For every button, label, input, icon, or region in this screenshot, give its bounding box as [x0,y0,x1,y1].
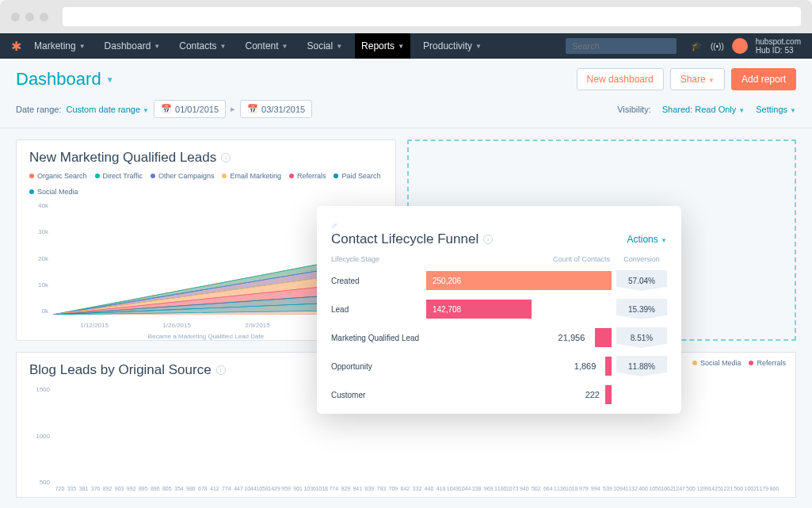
y-tick: 30k [29,228,48,235]
nav-item-dashboard[interactable]: Dashboard ▼ [98,33,167,59]
bar-value-label: 892 [103,486,112,491]
chevron-down-icon: ▼ [336,43,342,50]
funnel-bar: 250,206 [426,271,612,290]
traffic-lights [11,13,48,21]
legend-item[interactable]: Direct Traffic [95,172,143,180]
y-tick: 20k [29,255,48,262]
visibility-dropdown[interactable]: Shared: Read Only ▼ [662,105,745,114]
close-icon[interactable] [11,13,20,21]
share-button[interactable]: Share ▼ [670,68,725,90]
hubspot-logo-icon: ✱ [11,39,21,54]
page-title: Dashboard [16,69,101,90]
bar-value-label: 940 [520,486,529,491]
page-header: Dashboard ▼ New dashboard Share ▼ Add re… [0,59,812,97]
chevron-down-icon: ▼ [475,43,482,50]
minimize-icon[interactable] [25,13,34,21]
academy-icon[interactable]: 🎓 [691,40,703,52]
col-count-header: Count of Contacts [426,255,616,263]
funnel-bar-zone: 1,869 [426,357,612,376]
funnel-bar-zone: 21,956 [426,328,612,347]
info-icon[interactable]: i [483,235,493,244]
bar-value-label: 1058 [256,486,269,491]
info-icon[interactable]: i [216,365,226,375]
search-input[interactable] [566,38,677,54]
bar-value-label: 1044 [244,486,257,491]
bar-value-label: 502 [532,486,541,491]
x-tick: 1/12/2015 [80,322,109,329]
info-icon[interactable]: i [221,153,231,162]
nav-item-reports[interactable]: Reports ▼ [355,33,410,59]
account-switcher[interactable]: hubspot.com Hub ID: 53 [756,37,801,55]
settings-dropdown[interactable]: Settings ▼ [756,105,796,114]
legend-dot-icon [222,174,227,178]
calendar-icon: 📅 [247,104,258,114]
bar-value-label: 1399 [696,486,709,491]
date-range-dropdown[interactable]: Custom date range ▼ [66,105,149,114]
legend-item[interactable]: Referrals [749,359,786,367]
funnel-card[interactable]: ⤢ Contact Lifecycle Funnel i Actions ▼ L… [317,206,681,414]
legend-item[interactable]: Referrals [289,172,326,180]
chevron-down-icon: ▼ [220,43,227,50]
funnel-bar [605,357,612,376]
legend-item[interactable]: Other Campaigns [151,172,215,180]
legend-dot-icon [334,174,338,178]
col-conv-header: Conversion [616,255,667,263]
y-tick: 0k [29,307,48,315]
funnel-stage-label: Lead [331,305,426,314]
chevron-down-icon: ▼ [79,43,86,50]
calendar-icon: 📅 [161,104,172,114]
legend-item[interactable]: Email Marketing [222,172,281,180]
bar-value-label: 720 [55,486,65,491]
conversion-badge: 11.88% [616,356,667,376]
new-dashboard-button[interactable]: New dashboard [577,68,664,90]
bar-value-label: 896 [151,486,160,491]
legend-item[interactable]: Social Media [692,359,741,367]
nav-right-icons: 🎓 ((•)) hubspot.com Hub ID: 53 [691,37,801,55]
add-report-button[interactable]: Add report [731,68,796,90]
bar-value-label: 1073 [506,486,519,491]
legend-item[interactable]: Paid Search [334,172,380,180]
y-axis: 15001000500 [29,386,50,486]
bar-value-label: 929 [341,486,350,491]
funnel-count: 222 [585,385,606,404]
legend-dot-icon [151,174,155,178]
nav-item-social[interactable]: Social ▼ [300,33,349,59]
legend-item[interactable]: Organic Search [29,172,87,180]
date-to-input[interactable]: 📅 03/31/2015 [240,100,312,118]
bar-value-label: 1056 [649,486,661,491]
bar-value-label: 1036 [303,486,316,491]
x-tick: 2/9/2015 [245,322,269,329]
chevron-down-icon: ▼ [708,77,715,84]
bar-value-label: 664 [543,486,553,491]
bar-value-label: 447 [234,486,243,491]
nav-item-content[interactable]: Content ▼ [239,33,295,59]
nav-item-contacts[interactable]: Contacts ▼ [173,33,232,59]
funnel-stage-label: Customer [331,391,426,399]
bar-value-label: 793 [377,486,387,491]
broadcast-icon[interactable]: ((•)) [711,42,724,51]
nav-brand-section[interactable]: Marketing ▼ [28,33,92,59]
account-name: hubspot.com [756,37,801,46]
funnel-actions-dropdown[interactable]: Actions ▼ [627,234,667,245]
legend-item[interactable]: Social Media [29,188,78,196]
date-from-input[interactable]: 📅 01/01/2015 [154,100,226,118]
bar-value-label: 709 [389,486,398,491]
bar-value-label: 979 [579,486,589,491]
chevron-down-icon: ▼ [282,43,288,50]
bar-value-label: 1002 [745,486,757,491]
bar-value-label: 1425 [708,486,721,491]
date-range-label: Date range: [16,105,61,114]
nav-item-productivity[interactable]: Productivity ▼ [417,33,488,59]
bar-value-label: 1160 [494,486,507,491]
bar-value-label: 992 [127,486,136,491]
bar-value-label: 1018 [315,486,328,491]
funnel-bar: 142,708 [426,300,532,319]
bar-value-label: 839 [364,486,374,491]
drag-handle-icon[interactable]: ⤢ [331,221,337,230]
bar-value-label: 1179 [757,486,769,491]
page-title-dropdown[interactable]: Dashboard ▼ [16,69,114,90]
conversion-badge: 8.51% [616,327,667,348]
maximize-icon[interactable] [40,13,48,21]
url-bar[interactable] [63,7,801,26]
avatar[interactable] [732,38,748,54]
